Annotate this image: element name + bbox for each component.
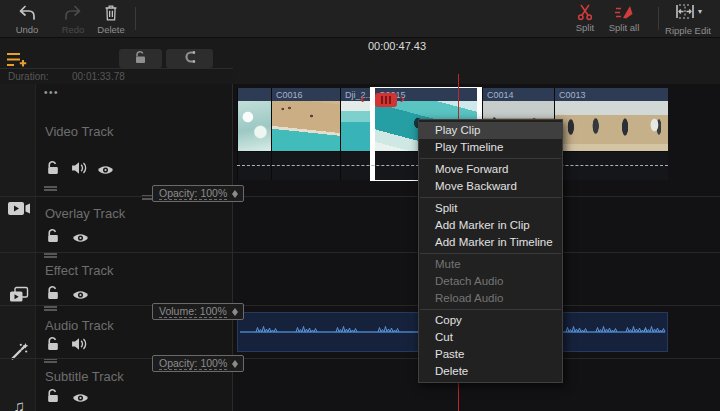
menu-item-reload-audio: Reload Audio <box>419 290 562 307</box>
menu-item-move-forward[interactable]: Move Forward <box>419 161 562 178</box>
menu-item-cut[interactable]: Cut <box>419 329 562 346</box>
video-track-icon <box>7 200 31 221</box>
split-all-icon <box>598 3 650 21</box>
playhead-timecode: 00:00:47.43 <box>330 40 464 52</box>
menu-separator <box>420 309 561 310</box>
undo-button[interactable]: Undo <box>4 3 50 35</box>
lock-open-icon <box>134 50 147 68</box>
duration-label: Duration: <box>8 69 49 84</box>
split-all-label: Split all <box>598 22 650 33</box>
add-track-button[interactable] <box>6 51 32 69</box>
track-divider <box>0 305 720 306</box>
clip-header <box>238 88 271 101</box>
trash-icon <box>88 3 134 23</box>
playhead-prev-icon[interactable]: ‹ <box>360 91 364 106</box>
video-clip[interactable]: C0013 <box>554 88 668 180</box>
duration-value: 00:01:33.78 <box>72 69 125 84</box>
video-opacity-spinner[interactable]: Opacity: 100% <box>152 185 244 202</box>
audio-volume-spinner[interactable]: Volume: 100% <box>152 303 244 320</box>
track-resize-handle[interactable] <box>44 253 57 258</box>
track-resize-handle[interactable] <box>44 306 57 311</box>
toolbar-separator <box>135 7 136 30</box>
lock-open-icon[interactable] <box>46 228 60 247</box>
menu-item-copy[interactable]: Copy <box>419 312 562 329</box>
playhead-grip-icon <box>381 96 391 104</box>
eye-icon[interactable] <box>97 162 114 180</box>
effect-track-label: Effect Track <box>45 263 113 278</box>
menu-item-add-marker-in-timeline[interactable]: Add Marker in Timeline <box>419 234 562 251</box>
overlay-track-label: Overlay Track <box>45 206 125 221</box>
eye-icon[interactable] <box>72 287 89 305</box>
clip-name: C0016 <box>272 88 340 101</box>
spinner-down-icon[interactable] <box>232 194 238 198</box>
volume-icon[interactable] <box>71 161 87 179</box>
eye-icon[interactable] <box>72 390 89 408</box>
clip-thumbnail <box>555 101 668 151</box>
menu-item-paste[interactable]: Paste <box>419 346 562 363</box>
clip-name: Dji_2... <box>341 88 370 101</box>
menu-item-move-backward[interactable]: Move Backward <box>419 178 562 195</box>
video-track-menu-dots[interactable]: ••• <box>44 87 59 98</box>
lock-open-icon[interactable] <box>46 285 60 304</box>
menu-separator <box>420 253 561 254</box>
audio-clip[interactable] <box>557 312 668 352</box>
video-track-label: Video Track <box>45 124 113 139</box>
delete-button[interactable]: Delete <box>88 3 134 35</box>
clip-thumbnail <box>238 101 271 151</box>
volume-icon[interactable] <box>71 337 87 355</box>
toolbar-separator <box>658 7 659 30</box>
ripple-edit-label: Ripple Edit <box>660 25 716 36</box>
menu-item-detach-audio: Detach Audio <box>419 273 562 290</box>
spinner-down-icon[interactable] <box>232 312 238 316</box>
overlay-track-icon <box>7 286 31 307</box>
clip-thumbnail <box>341 101 370 151</box>
video-clip[interactable]: C0016 <box>271 88 340 180</box>
subtitle-track-label: Subtitle Track <box>45 369 124 384</box>
lock-open-icon[interactable] <box>46 388 60 407</box>
playhead-next-icon[interactable]: › <box>400 91 404 106</box>
menu-item-split[interactable]: Split <box>419 200 562 217</box>
menu-item-mute: Mute <box>419 256 562 273</box>
audio-track-icon: ♫ <box>7 397 31 411</box>
menu-separator <box>420 197 561 198</box>
undo-label: Undo <box>4 24 50 35</box>
clip-name: C0014 <box>483 88 554 101</box>
subtitle-opacity-spinner[interactable]: Opacity: 100% <box>152 355 244 372</box>
snap-magnet-button[interactable] <box>166 49 213 68</box>
menu-item-play-timeline[interactable]: Play Timeline <box>419 139 562 156</box>
video-clip[interactable]: Dji_2... <box>340 88 370 180</box>
lock-open-icon[interactable] <box>46 336 60 355</box>
eye-icon[interactable] <box>72 230 89 248</box>
menu-item-delete[interactable]: Delete <box>419 363 562 380</box>
lock-all-tracks-button[interactable] <box>119 49 162 68</box>
audio-waveform <box>558 313 667 351</box>
timeline-header: Duration: 00:01:33.78 00:00:47.43 40 1':… <box>0 38 720 84</box>
track-divider <box>0 358 720 359</box>
video-clip[interactable] <box>237 88 271 180</box>
lock-open-icon[interactable] <box>46 160 60 179</box>
toolbar: Undo Redo Delete Split Split all ▾ Rippl… <box>0 0 720 38</box>
split-all-button[interactable]: Split all <box>598 3 650 33</box>
effect-track-icon <box>7 342 31 365</box>
spinner-down-icon[interactable] <box>232 364 238 368</box>
menu-item-add-marker-in-clip[interactable]: Add Marker in Clip <box>419 217 562 234</box>
duration-bar: Duration: 00:01:33.78 <box>0 68 233 84</box>
magnet-icon <box>183 50 197 68</box>
playhead-marker[interactable] <box>375 93 397 107</box>
ripple-edit-icon <box>674 3 696 20</box>
track-resize-handle[interactable] <box>44 186 57 191</box>
clip-thumbnail <box>272 101 340 151</box>
track-divider <box>0 196 720 197</box>
clip-name: C0013 <box>555 88 668 101</box>
caret-down-icon: ▾ <box>698 7 702 16</box>
undo-icon <box>4 3 50 23</box>
track-divider <box>0 252 720 253</box>
context-menu: Play Clip Play Timeline Move Forward Mov… <box>418 119 563 383</box>
menu-item-play-clip[interactable]: Play Clip <box>419 122 562 139</box>
track-icon-column: ♫ T| <box>0 84 36 411</box>
delete-label: Delete <box>88 24 134 35</box>
menu-separator <box>420 158 561 159</box>
audio-track-label: Audio Track <box>45 318 114 333</box>
ripple-edit-button[interactable]: ▾ Ripple Edit <box>660 3 716 36</box>
